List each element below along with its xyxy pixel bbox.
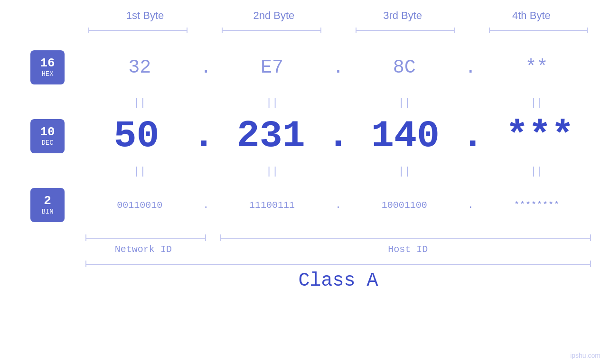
eq1-b2: || xyxy=(213,97,331,109)
eq1-b1: || xyxy=(81,97,199,109)
byte-headers: 1st Byte 2nd Byte 3rd Byte 4th Byte xyxy=(14,9,596,22)
dec-b2: 231 xyxy=(215,117,327,155)
dec-badge-label: DEC xyxy=(41,139,53,147)
dec-b1: 50 xyxy=(81,117,192,155)
equals-row-2: || || || || xyxy=(14,166,596,177)
hex-b2: E7 xyxy=(213,57,331,78)
hex-b1: 32 xyxy=(81,57,199,78)
hex-dot3: . xyxy=(463,57,478,78)
dec-dot3: . xyxy=(461,117,484,155)
host-id-label: Host ID xyxy=(220,244,596,255)
header-brackets xyxy=(14,27,596,33)
bin-section: 2 BIN 00110010 . 11100111 . 10001100 . * xyxy=(14,179,596,231)
class-bracket-container xyxy=(14,261,596,267)
dec-b4: *** xyxy=(484,117,596,155)
bin-dot1: . xyxy=(199,200,213,211)
bracket-b2 xyxy=(217,27,326,33)
host-bracket xyxy=(220,234,596,241)
bin-b3: 10001100 xyxy=(346,200,464,211)
bracket-b4 xyxy=(484,27,593,33)
hex-dot2: . xyxy=(331,57,346,78)
hex-badge-number: 16 xyxy=(40,57,55,69)
dec-badge-number: 10 xyxy=(40,126,55,138)
class-bracket xyxy=(81,261,596,267)
hex-b3: 8C xyxy=(346,57,464,78)
bin-badge-number: 2 xyxy=(44,195,51,207)
eq2-b4: || xyxy=(478,166,596,177)
byte3-header: 3rd Byte xyxy=(338,9,467,22)
class-label-container: Class A xyxy=(14,270,596,291)
eq2-b3: || xyxy=(346,166,464,177)
dec-dot2: . xyxy=(327,117,349,155)
network-id-label: Network ID xyxy=(81,244,206,255)
bin-values: 00110010 . 11100111 . 10001100 . *******… xyxy=(81,200,596,211)
main-container: 1st Byte 2nd Byte 3rd Byte 4th Byte 16 H… xyxy=(0,0,610,364)
bin-badge: 2 BIN xyxy=(30,188,65,222)
hex-badge: 16 HEX xyxy=(30,50,65,84)
bracket-b1 xyxy=(84,27,192,33)
byte4-header: 4th Byte xyxy=(467,9,596,22)
eq1-b3: || xyxy=(346,97,464,109)
network-bracket xyxy=(81,234,206,241)
bin-badge-label: BIN xyxy=(41,208,53,216)
hex-values: 32 . E7 . 8C . ** xyxy=(81,57,596,78)
hex-dot1: . xyxy=(199,57,213,78)
eq2-b1: || xyxy=(81,166,199,177)
dec-badge: 10 DEC xyxy=(30,119,65,153)
hex-section: 16 HEX 32 . E7 . 8C . ** xyxy=(14,42,596,93)
equals-row-1: || || || || xyxy=(14,97,596,109)
bin-dot2: . xyxy=(331,200,346,211)
bin-dot3: . xyxy=(463,200,478,211)
dec-b3: 140 xyxy=(350,117,461,155)
hex-badge-label: HEX xyxy=(41,70,53,78)
bin-b4: ******** xyxy=(478,200,596,211)
hex-b4: ** xyxy=(478,57,596,78)
bin-b1: 00110010 xyxy=(81,200,199,211)
dec-section: 10 DEC 50 . 231 . 140 . *** xyxy=(14,111,596,162)
byte2-header: 2nd Byte xyxy=(209,9,338,22)
id-labels: Network ID Host ID xyxy=(14,244,596,255)
dec-dot1: . xyxy=(192,117,215,155)
eq1-b4: || xyxy=(478,97,596,109)
eq2-b2: || xyxy=(213,166,331,177)
bracket-b3 xyxy=(351,27,460,33)
bottom-brackets xyxy=(14,234,596,241)
watermark: ipshu.com xyxy=(570,352,601,359)
dec-values: 50 . 231 . 140 . *** xyxy=(81,117,596,155)
byte1-header: 1st Byte xyxy=(81,9,209,22)
bin-b2: 11100111 xyxy=(213,200,331,211)
class-label: Class A xyxy=(81,270,596,291)
